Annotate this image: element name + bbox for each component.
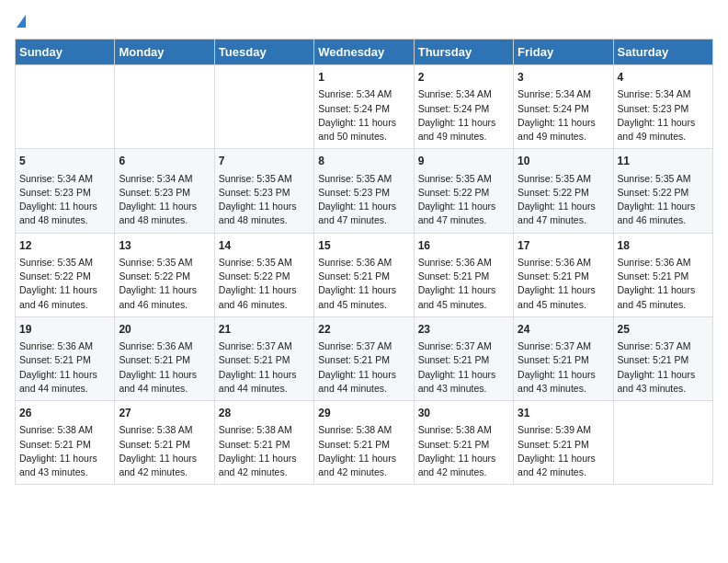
cell-info: Sunset: 5:22 PM: [119, 270, 210, 283]
cell-info: Daylight: 11 hours: [418, 283, 509, 297]
cell-info: and 48 minutes.: [19, 213, 110, 227]
calendar-cell: 19Sunrise: 5:36 AMSunset: 5:21 PMDayligh…: [16, 316, 115, 400]
day-number: 9: [418, 154, 509, 169]
cell-info: Sunset: 5:21 PM: [518, 270, 609, 283]
cell-info: Sunset: 5:21 PM: [418, 270, 509, 283]
cell-info: Sunrise: 5:34 AM: [119, 172, 210, 186]
cell-info: Daylight: 11 hours: [219, 452, 310, 465]
calendar-cell: 13Sunrise: 5:35 AMSunset: 5:22 PMDayligh…: [115, 233, 214, 316]
cell-info: Sunrise: 5:35 AM: [119, 256, 210, 270]
cell-info: and 49 minutes.: [518, 130, 609, 144]
cell-info: Sunrise: 5:36 AM: [119, 339, 210, 353]
cell-info: Daylight: 11 hours: [418, 452, 509, 465]
day-number: 22: [318, 322, 409, 338]
cell-info: Daylight: 11 hours: [518, 283, 609, 297]
day-number: 23: [418, 322, 509, 338]
cell-info: Daylight: 11 hours: [518, 116, 609, 130]
day-header: Friday: [514, 40, 613, 65]
day-header: Sunday: [16, 40, 115, 65]
cell-info: Sunset: 5:24 PM: [418, 102, 509, 116]
calendar-cell: 11Sunrise: 5:35 AMSunset: 5:22 PMDayligh…: [613, 149, 712, 233]
cell-info: Sunset: 5:21 PM: [119, 353, 210, 367]
cell-info: Daylight: 11 hours: [318, 368, 409, 382]
cell-info: Daylight: 11 hours: [418, 368, 509, 382]
calendar-week-row: 1Sunrise: 5:34 AMSunset: 5:24 PMDaylight…: [16, 65, 713, 149]
day-number: 18: [618, 238, 709, 254]
cell-info: and 45 minutes.: [518, 298, 609, 312]
cell-info: Daylight: 11 hours: [318, 116, 409, 130]
calendar-cell: 2Sunrise: 5:34 AMSunset: 5:24 PMDaylight…: [414, 65, 513, 149]
day-number: 1: [318, 70, 409, 86]
cell-info: Sunrise: 5:37 AM: [418, 339, 509, 353]
cell-info: and 42 minutes.: [119, 465, 210, 479]
cell-info: Sunrise: 5:35 AM: [219, 172, 310, 186]
cell-info: Sunset: 5:21 PM: [119, 438, 210, 452]
cell-info: Sunrise: 5:35 AM: [618, 172, 709, 186]
cell-info: Sunset: 5:21 PM: [418, 438, 509, 452]
cell-info: Daylight: 11 hours: [219, 368, 310, 382]
cell-info: Daylight: 11 hours: [119, 200, 210, 213]
cell-info: Sunrise: 5:36 AM: [618, 256, 709, 270]
calendar-week-row: 5Sunrise: 5:34 AMSunset: 5:23 PMDaylight…: [16, 149, 713, 233]
day-number: 31: [518, 406, 609, 421]
day-number: 10: [518, 154, 609, 169]
cell-info: Sunset: 5:22 PM: [618, 186, 709, 200]
calendar-cell: 1Sunrise: 5:34 AMSunset: 5:24 PMDaylight…: [314, 65, 414, 149]
day-number: 2: [418, 70, 509, 86]
cell-info: Daylight: 11 hours: [119, 368, 210, 382]
cell-info: and 42 minutes.: [318, 465, 409, 479]
cell-info: Sunrise: 5:34 AM: [618, 87, 709, 101]
cell-info: and 42 minutes.: [418, 465, 509, 479]
calendar-cell: 4Sunrise: 5:34 AMSunset: 5:23 PMDaylight…: [613, 65, 712, 149]
cell-info: and 44 minutes.: [119, 382, 210, 396]
cell-info: and 46 minutes.: [219, 298, 310, 312]
cell-info: and 45 minutes.: [418, 298, 509, 312]
calendar-cell: 10Sunrise: 5:35 AMSunset: 5:22 PMDayligh…: [514, 149, 613, 233]
cell-info: and 47 minutes.: [418, 213, 509, 227]
day-number: 30: [418, 406, 509, 421]
day-number: 20: [119, 322, 210, 338]
cell-info: Sunset: 5:22 PM: [418, 186, 509, 200]
calendar-cell: 9Sunrise: 5:35 AMSunset: 5:22 PMDaylight…: [414, 149, 513, 233]
cell-info: Daylight: 11 hours: [418, 200, 509, 213]
day-number: 19: [19, 322, 110, 338]
cell-info: Sunset: 5:21 PM: [318, 270, 409, 283]
cell-info: and 44 minutes.: [318, 382, 409, 396]
cell-info: Sunrise: 5:34 AM: [19, 172, 110, 186]
cell-info: Sunrise: 5:35 AM: [518, 172, 609, 186]
day-number: 12: [19, 238, 110, 254]
cell-info: Daylight: 11 hours: [19, 368, 110, 382]
day-number: 11: [618, 154, 709, 169]
cell-info: Daylight: 11 hours: [119, 283, 210, 297]
cell-info: Sunrise: 5:39 AM: [518, 423, 609, 437]
cell-info: Daylight: 11 hours: [219, 200, 310, 213]
day-number: 8: [318, 154, 409, 169]
cell-info: Sunrise: 5:38 AM: [418, 423, 509, 437]
cell-info: Sunset: 5:21 PM: [318, 353, 409, 367]
cell-info: Daylight: 11 hours: [618, 283, 709, 297]
calendar-cell: 30Sunrise: 5:38 AMSunset: 5:21 PMDayligh…: [414, 401, 513, 485]
day-number: 5: [19, 154, 110, 169]
day-number: 6: [119, 154, 210, 169]
calendar-cell: 15Sunrise: 5:36 AMSunset: 5:21 PMDayligh…: [314, 233, 414, 316]
calendar-cell: 8Sunrise: 5:35 AMSunset: 5:23 PMDaylight…: [314, 149, 414, 233]
cell-info: Daylight: 11 hours: [318, 452, 409, 465]
day-number: 4: [618, 70, 709, 86]
cell-info: Daylight: 11 hours: [518, 368, 609, 382]
day-header: Saturday: [613, 40, 712, 65]
day-header: Monday: [115, 40, 214, 65]
cell-info: Sunset: 5:21 PM: [19, 438, 110, 452]
calendar-cell: 26Sunrise: 5:38 AMSunset: 5:21 PMDayligh…: [16, 401, 115, 485]
calendar-cell: 14Sunrise: 5:35 AMSunset: 5:22 PMDayligh…: [214, 233, 313, 316]
cell-info: Sunrise: 5:37 AM: [318, 339, 409, 353]
calendar-table: SundayMondayTuesdayWednesdayThursdayFrid…: [15, 39, 713, 485]
cell-info: Sunset: 5:21 PM: [219, 353, 310, 367]
cell-info: and 43 minutes.: [19, 465, 110, 479]
logo: [15, 15, 26, 28]
cell-info: Sunrise: 5:38 AM: [219, 423, 310, 437]
cell-info: Sunset: 5:22 PM: [219, 270, 310, 283]
cell-info: and 48 minutes.: [119, 213, 210, 227]
cell-info: Sunset: 5:23 PM: [219, 186, 310, 200]
cell-info: and 49 minutes.: [418, 130, 509, 144]
day-number: 17: [518, 238, 609, 254]
